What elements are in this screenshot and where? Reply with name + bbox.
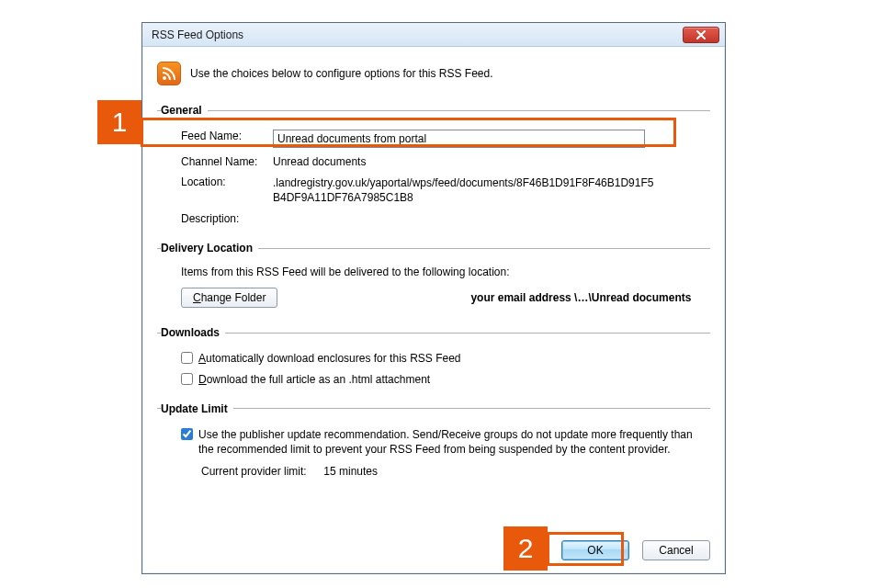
update-limit-legend: Update Limit [161, 402, 233, 415]
update-limit-group: Update Limit Use the publisher update re… [157, 402, 710, 481]
download-enclosures-checkbox[interactable] [181, 352, 193, 364]
rss-feed-options-dialog: RSS Feed Options Use the choices below t… [141, 22, 726, 574]
close-button[interactable] [683, 27, 719, 43]
annotation-badge-1: 1 [97, 100, 141, 144]
location-label: Location: [181, 175, 273, 205]
delivery-help-text: Items from this RSS Feed will be deliver… [161, 264, 707, 288]
window-title: RSS Feed Options [152, 28, 683, 41]
description-value [273, 212, 707, 225]
provider-limit-value: 15 minutes [323, 465, 378, 478]
downloads-legend: Downloads [161, 326, 225, 339]
download-enclosures-label[interactable]: Automatically download enclosures for th… [198, 351, 707, 366]
close-icon [696, 30, 706, 40]
delivery-path: your email address \…\Unread documents [305, 291, 691, 304]
change-folder-button[interactable]: Change Folder [181, 288, 277, 308]
annotation-box-1 [141, 118, 676, 147]
general-legend: General [161, 104, 208, 117]
downloads-group: Downloads Automatically download enclosu… [157, 326, 710, 392]
cancel-button[interactable]: Cancel [642, 540, 710, 560]
download-full-html-checkbox[interactable] [181, 373, 193, 385]
rss-icon [157, 62, 181, 85]
use-publisher-recommendation-checkbox[interactable] [181, 428, 193, 440]
location-value: .landregistry.gov.uk/yaportal/wps/feed/d… [273, 175, 659, 205]
channel-name-value: Unread documents [273, 155, 707, 168]
intro-text: Use the choices below to configure optio… [190, 67, 493, 80]
channel-name-label: Channel Name: [181, 155, 273, 168]
annotation-box-2 [547, 532, 624, 566]
use-publisher-recommendation-label[interactable]: Use the publisher update recommendation.… [198, 427, 707, 457]
delivery-legend: Delivery Location [161, 242, 258, 254]
titlebar: RSS Feed Options [142, 23, 725, 47]
provider-limit-label: Current provider limit: [201, 465, 321, 478]
annotation-badge-2: 2 [503, 526, 548, 571]
delivery-group: Delivery Location Items from this RSS Fe… [157, 242, 710, 317]
download-full-html-label[interactable]: Download the full article as an .html at… [198, 372, 707, 387]
description-label: Description: [181, 212, 273, 225]
